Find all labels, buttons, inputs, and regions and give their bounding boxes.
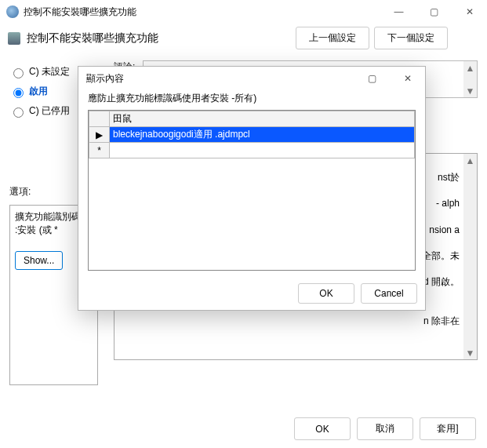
app-icon bbox=[6, 5, 19, 18]
modal-title: 顯示內容 bbox=[86, 72, 354, 86]
maximize-icon: ▢ bbox=[368, 73, 376, 84]
grid-corner bbox=[89, 111, 110, 127]
comment-scrollbar[interactable]: ▲ ▼ bbox=[463, 61, 477, 97]
close-icon: ✕ bbox=[404, 73, 412, 84]
apply-button[interactable]: 套用] bbox=[420, 417, 476, 440]
modal-ok-button[interactable]: OK bbox=[298, 283, 354, 304]
help-line: n 除非在 bbox=[121, 315, 460, 328]
policy-title: 控制不能安裝哪些擴充功能 bbox=[27, 31, 296, 46]
radio-enabled-input[interactable] bbox=[13, 88, 24, 98]
window-title: 控制不能安裝哪些擴充功能 bbox=[24, 5, 381, 19]
value-grid[interactable]: 田鼠 ▶ bleckejnaboogigodi適用 .ajdmpcl * bbox=[88, 110, 416, 271]
minimize-icon: — bbox=[394, 6, 404, 17]
help-example-list: extension_id1 extension_id2 bbox=[121, 358, 460, 360]
modal-button-row: OK Cancel bbox=[78, 277, 425, 310]
help-scrollbar[interactable]: ▲ ▼ bbox=[463, 154, 477, 359]
radio-not-configured-label: C) 未設定 bbox=[29, 65, 70, 78]
radio-disabled-input[interactable] bbox=[13, 107, 24, 118]
modal-maximize-button[interactable]: ▢ bbox=[354, 67, 390, 89]
grid-cell-editing[interactable]: bleckejnaboogigodi適用 .ajdmpcl bbox=[110, 127, 415, 143]
grid-cell-empty[interactable] bbox=[110, 143, 415, 158]
scroll-up-icon[interactable]: ▲ bbox=[463, 61, 477, 75]
modal-instruction: 應防止擴充功能標識碼使用者安裝 -所有) bbox=[88, 92, 416, 105]
modal-close-button[interactable]: ✕ bbox=[390, 67, 425, 89]
help-list-item: extension_id1 bbox=[121, 358, 460, 360]
maximize-icon: ▢ bbox=[430, 6, 438, 17]
ok-button[interactable]: OK bbox=[294, 417, 351, 440]
previous-setting-button[interactable]: 上一個設定 bbox=[296, 27, 369, 49]
close-button[interactable]: ✕ bbox=[452, 1, 487, 23]
table-row[interactable]: * bbox=[89, 143, 415, 158]
window-titlebar: 控制不能安裝哪些擴充功能 — ▢ ✕ bbox=[0, 0, 487, 24]
dialog-button-row: OK 取消 套用] bbox=[294, 417, 476, 440]
modal-titlebar: 顯示內容 ▢ ✕ bbox=[78, 67, 425, 90]
table-row[interactable]: ▶ bleckejnaboogigodi適用 .ajdmpcl bbox=[89, 127, 415, 143]
show-button[interactable]: Show... bbox=[15, 251, 63, 270]
close-icon: ✕ bbox=[466, 6, 474, 17]
row-indicator-current: ▶ bbox=[89, 127, 110, 143]
scroll-down-icon[interactable]: ▼ bbox=[463, 84, 477, 97]
radio-enabled-label: 啟用 bbox=[29, 85, 48, 98]
scroll-up-icon[interactable]: ▲ bbox=[463, 154, 477, 167]
grid-column-header[interactable]: 田鼠 bbox=[110, 111, 415, 127]
next-setting-button[interactable]: 下一個設定 bbox=[374, 27, 448, 49]
radio-disabled-label: C) 已停用 bbox=[29, 104, 70, 118]
radio-not-configured-input[interactable] bbox=[13, 68, 24, 78]
window-controls: — ▢ ✕ bbox=[381, 1, 487, 23]
show-contents-dialog: 顯示內容 ▢ ✕ 應防止擴充功能標識碼使用者安裝 -所有) 田鼠 ▶ bleck… bbox=[78, 66, 426, 311]
grid-cell-value: bleckejnaboogigodi適用 .ajdmpcl bbox=[113, 129, 250, 140]
modal-cancel-button[interactable]: Cancel bbox=[361, 283, 417, 304]
row-indicator-new: * bbox=[89, 143, 110, 158]
scroll-down-icon[interactable]: ▼ bbox=[463, 346, 477, 359]
maximize-button[interactable]: ▢ bbox=[416, 1, 452, 23]
group-policy-editor-dialog: 控制不能安裝哪些擴充功能 — ▢ ✕ 控制不能安裝哪些擴充功能 上一個設定 下一… bbox=[0, 0, 487, 448]
policy-icon bbox=[8, 32, 20, 45]
cancel-button[interactable]: 取消 bbox=[357, 417, 413, 440]
minimize-button[interactable]: — bbox=[381, 1, 416, 23]
modal-body: 應防止擴充功能標識碼使用者安裝 -所有) 田鼠 ▶ bleckejnaboogi… bbox=[78, 90, 425, 277]
content-header: 控制不能安裝哪些擴充功能 上一個設定 下一個設定 bbox=[0, 24, 487, 56]
